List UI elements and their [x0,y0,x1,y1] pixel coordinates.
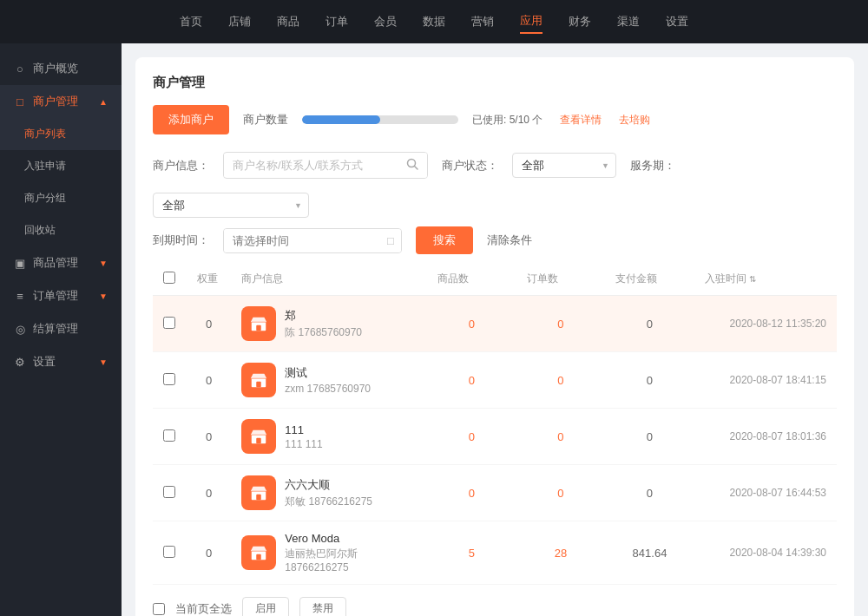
th-weight: 权重 [187,263,231,296]
merchant-sub: 陈 17685760970 [285,325,362,340]
row-checkbox[interactable] [163,373,175,385]
merchant-sub: 迪丽热巴阿尔斯 18766216275 [285,547,417,573]
row-date: 2020-08-12 11:35:20 [694,296,837,352]
footer-select-all-checkbox[interactable] [153,603,165,615]
filter-info-input-wrap [223,152,428,179]
row-payment: 0 [605,409,694,465]
svg-line-1 [415,167,418,170]
merchant-sub: 111 111 [285,438,322,450]
row-payment: 841.64 [605,521,694,585]
row-checkbox-cell [153,296,187,352]
gear-icon: ⚙ [14,356,26,368]
filter-row-2: 到期时间： □ 搜索 清除条件 [153,226,837,254]
th-info: 商户信息 [231,263,427,296]
upgrade-link[interactable]: 去培购 [619,113,650,128]
row-orders: 28 [516,521,606,585]
nav-data[interactable]: 数据 [423,10,445,33]
th-date[interactable]: 入驻时间 [694,263,837,296]
filter-row-1: 商户信息： 商户状态： 全部 启用 禁用 [153,152,837,218]
svg-rect-5 [257,382,262,387]
th-checkbox [153,263,187,296]
merchant-sub: zxm 17685760970 [285,383,371,395]
circle-icon: ○ [14,62,26,75]
main-content: 商户管理 添加商户 商户数量 已使用: 5/10 个 查看详情 去培购 商户信息… [122,43,868,616]
circle2-icon: ◎ [14,323,26,335]
filter-search-icon-btn[interactable] [398,153,427,178]
filter-info-input[interactable] [224,154,398,177]
filter-status-label: 商户状态： [442,158,498,174]
filter-expire-input-wrap: □ [223,228,402,253]
row-weight: 0 [187,409,231,465]
sidebar-item-settlement[interactable]: ◎ 结算管理 [0,312,122,345]
nav-member[interactable]: 会员 [374,10,397,33]
chevron-up-icon: ▲ [99,97,108,107]
th-goods: 商品数 [427,263,516,296]
row-checkbox[interactable] [163,546,175,558]
detail-link[interactable]: 查看详情 [560,113,602,128]
filter-expire-input[interactable] [224,229,380,252]
sidebar-item-goods-mgmt[interactable]: ▣ 商品管理 ▼ [0,246,122,279]
row-payment: 0 [605,465,694,521]
filter-service-select[interactable]: 全部 正常 已过期 [153,193,309,218]
row-checkbox-cell [153,352,187,409]
progress-bar-wrap [302,115,458,124]
sidebar-item-group[interactable]: 商户分组 [0,182,122,214]
table-wrap: 权重 商户信息 商品数 订单数 支付金额 入驻时间 0 [153,263,837,585]
row-checkbox-cell [153,465,187,521]
select-all-checkbox[interactable] [163,272,175,284]
merchant-avatar [241,306,276,341]
sidebar-item-apply[interactable]: 入驻申请 [0,150,122,182]
filter-status-select-wrap: 全部 启用 禁用 [512,153,616,178]
progress-bar-bg [302,115,458,124]
store-icon [249,427,268,446]
row-date: 2020-08-07 18:01:36 [694,409,837,465]
sidebar-item-merchant-list[interactable]: 商户列表 [0,118,122,150]
nav-home[interactable]: 首页 [180,10,202,33]
row-merchant-info: 郑 陈 17685760970 [231,296,427,352]
footer-disable-button[interactable]: 禁用 [299,597,346,616]
row-weight: 0 [187,521,231,585]
chevron-down-icon2: ▼ [99,292,108,301]
table-footer: 当前页全选 启用 禁用 [153,585,837,616]
sidebar: ○ 商户概览 □ 商户管理 ▲ 商户列表 入驻申请 商户分组 回收站 ▣ 商品管… [0,43,122,616]
sidebar-item-order-mgmt[interactable]: ≡ 订单管理 ▼ [0,279,122,312]
row-orders: 0 [516,409,606,465]
add-merchant-button[interactable]: 添加商户 [153,105,229,134]
search-icon [406,158,418,170]
sidebar-item-merchant-mgmt[interactable]: □ 商户管理 ▲ [0,85,122,118]
nav-order[interactable]: 订单 [326,10,348,33]
row-checkbox[interactable] [163,429,175,442]
nav-marketing[interactable]: 营销 [471,10,494,33]
row-orders: 0 [516,296,606,352]
row-weight: 0 [187,465,231,521]
footer-select-all-label: 当前页全选 [175,601,232,617]
nav-finance[interactable]: 财务 [569,10,591,33]
merchant-name: 郑 [285,308,362,324]
row-orders: 0 [516,465,606,521]
svg-rect-3 [257,325,262,331]
nav-store[interactable]: 店铺 [228,10,251,33]
nav-goods[interactable]: 商品 [277,10,299,33]
sidebar-item-trash[interactable]: 回收站 [0,214,122,246]
merchant-avatar [241,475,276,510]
nav-channel[interactable]: 渠道 [617,10,640,33]
footer-enable-button[interactable]: 启用 [242,597,289,616]
sidebar-item-settings[interactable]: ⚙ 设置 ▼ [0,345,122,378]
merchant-name: 111 [285,423,322,436]
sidebar-item-overview[interactable]: ○ 商户概览 [0,52,122,85]
row-checkbox[interactable] [163,486,175,498]
store-icon [249,314,268,333]
store-icon [249,543,268,562]
merchant-avatar [241,363,276,397]
search-button[interactable]: 搜索 [416,226,473,254]
row-merchant-info: 六六大顺 郑敏 18766216275 [231,465,427,521]
filter-status-select[interactable]: 全部 启用 禁用 [512,153,616,178]
main-layout: ○ 商户概览 □ 商户管理 ▲ 商户列表 入驻申请 商户分组 回收站 ▣ 商品管… [0,43,868,616]
row-checkbox[interactable] [163,317,175,329]
nav-settings[interactable]: 设置 [666,10,688,33]
clear-button[interactable]: 清除条件 [487,233,532,248]
merchant-sub: 郑敏 18766216275 [285,495,372,509]
nav-app[interactable]: 应用 [520,10,542,34]
table-body: 0 郑 陈 17685760970 0 0 0 2020-0 [153,296,837,585]
table-row: 0 六六大顺 郑敏 18766216275 0 0 0 20 [153,465,837,521]
